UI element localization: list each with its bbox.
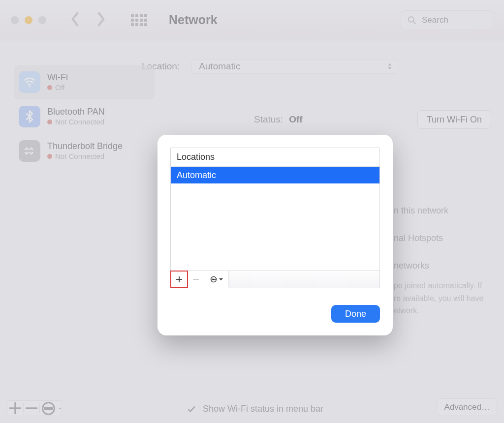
svg-point-14 (212, 279, 213, 280)
locations-toolbar (171, 271, 379, 288)
locations-list-header: Locations (171, 148, 379, 167)
add-location-button[interactable] (171, 271, 188, 287)
remove-location-button[interactable] (188, 271, 204, 287)
dialog-footer: Done (170, 288, 380, 323)
svg-point-15 (213, 279, 214, 280)
minus-icon (192, 275, 200, 283)
toolbar-spacer (229, 271, 379, 288)
done-button[interactable]: Done (331, 305, 380, 323)
more-icon (210, 275, 218, 283)
locations-list-body: Automatic (171, 167, 379, 271)
location-item[interactable]: Automatic (171, 167, 379, 183)
edit-locations-dialog: Locations Automatic Done (158, 135, 393, 335)
locations-listbox: Locations Automatic (170, 148, 380, 288)
chevron-down-icon (219, 277, 223, 282)
location-actions-menu-button[interactable] (204, 271, 229, 287)
plus-icon (175, 275, 183, 283)
svg-point-16 (215, 279, 216, 280)
